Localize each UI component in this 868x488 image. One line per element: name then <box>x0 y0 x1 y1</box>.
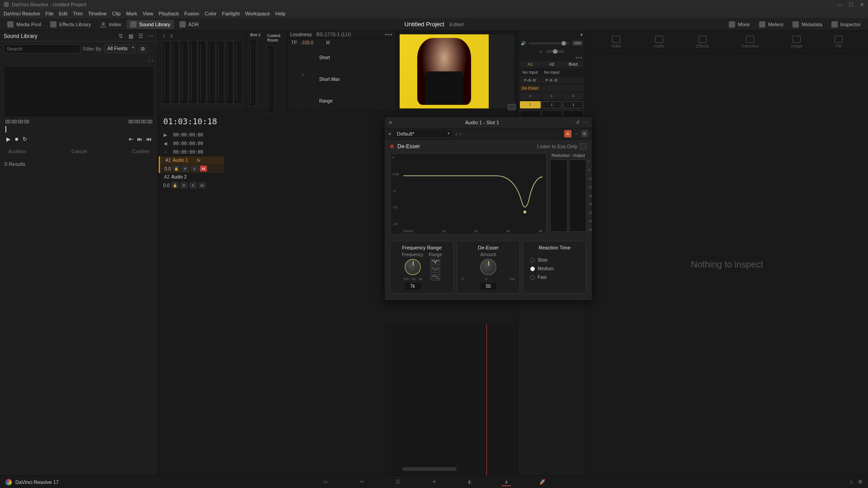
track-a2-header[interactable]: A2 Audio 2 <box>159 173 224 181</box>
frequency-value[interactable]: 7k <box>405 283 421 290</box>
mix-input-a2[interactable]: No Input <box>542 69 562 75</box>
menu-timeline[interactable]: Timeline <box>88 11 107 16</box>
page-fairlight[interactable]: ♪ <box>502 478 511 486</box>
play-button[interactable]: ▶ <box>6 136 10 142</box>
reaction-slow[interactable]: Slow <box>530 258 579 263</box>
menu-davinci[interactable]: DaVinci Resolve <box>4 11 40 16</box>
tc-play-icon[interactable]: ▶ <box>162 132 169 137</box>
menu-mark[interactable]: Mark <box>126 11 137 16</box>
menu-clip[interactable]: Clip <box>112 11 121 16</box>
loudness-standard[interactable]: BS.1770-1 (LU) <box>316 32 351 37</box>
inspector-tab-video[interactable]: Video <box>611 36 622 48</box>
grid-view-icon[interactable]: ▦ <box>127 33 134 40</box>
menu-color[interactable]: Color <box>205 11 217 16</box>
mix-order-a2[interactable]: F-E-D <box>542 77 562 83</box>
amount-knob[interactable] <box>480 259 496 275</box>
menu-workspace[interactable]: Workspace <box>245 11 270 16</box>
preset-add-button[interactable]: + <box>388 131 391 136</box>
range-notch-button[interactable] <box>430 259 440 265</box>
page-deliver[interactable]: 🚀 <box>538 478 547 486</box>
scrub-left[interactable]: ◇ <box>539 49 542 54</box>
track-a2-lock[interactable] <box>171 182 179 188</box>
index-button[interactable]: Index <box>96 20 125 29</box>
track-a1-db[interactable]: 0.0 <box>162 166 171 171</box>
effects-library-button[interactable]: Effects Library <box>47 20 94 29</box>
plugin-window[interactable]: ✕ Audio 1 - Slot 1 ↺ ⋯ + Default* ‹ › A … <box>384 117 592 300</box>
menu-trim[interactable]: Trim <box>73 11 83 16</box>
mix-order-a1[interactable]: F-E-D <box>520 77 541 83</box>
reaction-fast[interactable]: Fast <box>530 275 579 280</box>
inspector-tab-image[interactable]: Image <box>791 36 802 48</box>
cancel-button[interactable]: Cancel <box>71 149 87 154</box>
menu-view[interactable]: View <box>142 11 153 16</box>
confirm-button[interactable]: Confirm <box>132 149 150 154</box>
metadata-button[interactable]: Metadata <box>789 20 826 29</box>
home-button[interactable]: ⌂ <box>849 479 853 485</box>
monitor-volume-slider[interactable] <box>528 42 570 44</box>
preset-prev[interactable]: ‹ <box>455 131 457 136</box>
stop-button[interactable]: ■ <box>15 136 18 142</box>
menu-help[interactable]: Help <box>275 11 286 16</box>
menu-file[interactable]: File <box>46 11 54 16</box>
ab-swap-button[interactable]: → <box>574 131 578 136</box>
sound-library-button[interactable]: Sound Library <box>127 20 174 29</box>
track-a2-mute[interactable]: M <box>198 182 206 188</box>
plugin-enable-dot[interactable] <box>390 145 394 148</box>
inspector-tab-file[interactable]: File <box>835 36 843 48</box>
tc-prev-icon[interactable]: ◀ <box>162 141 169 146</box>
inspector-tab-audio[interactable]: Audio <box>654 36 664 48</box>
track-a1-record[interactable]: R <box>182 165 189 172</box>
filter-select[interactable]: All Fields <box>104 44 136 53</box>
loudness-menu[interactable]: ••• <box>385 32 393 37</box>
viewer-expand-button[interactable] <box>508 104 516 110</box>
menu-playback[interactable]: Playback <box>159 11 179 16</box>
plugin-close-button[interactable]: ✕ <box>388 120 392 126</box>
mix-insert-a2[interactable]: I <box>542 101 562 108</box>
menu-edit[interactable]: Edit <box>59 11 67 16</box>
search-input[interactable] <box>4 44 80 53</box>
meters-button[interactable]: Meters <box>755 20 787 29</box>
track-a2-db[interactable]: 0.0 <box>160 183 170 188</box>
inspector-tab-transition[interactable]: Transition <box>741 36 759 48</box>
loop-button[interactable]: ↻ <box>23 136 27 142</box>
mixer-button[interactable]: Mixer <box>725 20 754 29</box>
ab-a-button[interactable]: A <box>564 130 571 137</box>
adr-button[interactable]: ADR <box>176 20 203 29</box>
mark-in-button[interactable]: ⇤ <box>129 136 133 142</box>
reaction-medium[interactable]: Medium <box>530 266 579 271</box>
mix-input-a1[interactable]: No Input <box>520 69 541 75</box>
audition-button[interactable]: Audition <box>8 149 26 154</box>
more-icon[interactable]: ⋯ <box>147 33 154 40</box>
page-cut[interactable]: ✂ <box>357 478 366 486</box>
mix-insert-a1[interactable]: I <box>520 101 541 108</box>
prev-button[interactable]: ⏮ <box>146 136 151 142</box>
mix-insert-bus[interactable]: I <box>563 101 584 108</box>
amount-value[interactable]: 50 <box>480 283 496 290</box>
monitor-select[interactable]: ▾ <box>580 33 583 37</box>
range-shelf-button[interactable] <box>430 274 440 281</box>
tc-loop-icon[interactable]: ○ <box>162 150 169 155</box>
preview-playhead[interactable] <box>5 126 152 132</box>
page-fusion[interactable]: ✦ <box>429 478 439 486</box>
media-pool-button[interactable]: Media Pool <box>4 20 45 29</box>
listen-checkbox[interactable] <box>580 143 586 150</box>
inspector-button[interactable]: Inspector <box>828 20 864 29</box>
scrub-handle[interactable] <box>546 50 564 53</box>
mix-effect-a1[interactable]: De-Esser <box>520 85 541 91</box>
page-edit[interactable]: ☰ <box>393 478 402 486</box>
mix-add-fx-a2[interactable]: + <box>542 93 562 99</box>
maximize-button[interactable]: ☐ <box>848 2 854 8</box>
inspector-tab-effects[interactable]: Effects <box>696 36 708 48</box>
plugin-history-button[interactable]: ↺ <box>576 120 580 126</box>
history-forward[interactable]: › <box>151 58 153 63</box>
timeline-scrollbar[interactable] <box>402 467 457 471</box>
sort-icon[interactable]: ⇅ <box>117 33 124 40</box>
settings-button[interactable]: ⚙ <box>858 479 863 485</box>
ab-b-button[interactable]: B <box>581 130 588 137</box>
next-button[interactable]: ⏭ <box>137 136 142 142</box>
plugin-menu-button[interactable]: ⋯ <box>583 120 588 126</box>
list-view-icon[interactable]: ☰ <box>137 33 144 40</box>
timeline-area[interactable] <box>384 324 518 475</box>
track-a1-lock[interactable] <box>173 165 180 172</box>
range-wide-button[interactable] <box>430 267 440 273</box>
